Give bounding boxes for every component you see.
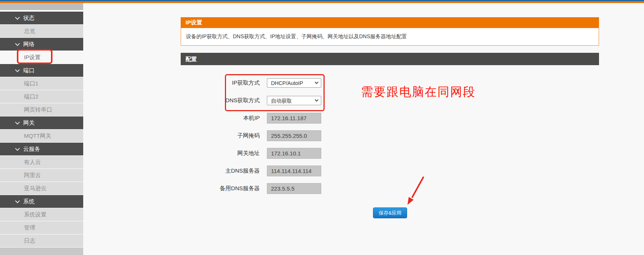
sidebar-nav: 状态 总览 网络 IP设置 端口 端口1 端口2 网页转	[0, 12, 83, 247]
sidebar-group-gateway[interactable]: 网关	[0, 116, 83, 129]
netmask-input	[267, 130, 321, 141]
local-ip-input	[267, 113, 321, 124]
sidebar-item-label: 阿里云	[24, 172, 41, 179]
chevron-down-icon	[15, 41, 20, 46]
annotation-note: 需要跟电脑在同网段	[361, 84, 476, 100]
dns-mode-select-wrap: 自动获取	[267, 96, 321, 105]
chevron-down-icon	[15, 146, 20, 151]
form-row-dns-secondary: 备用DNS服务器	[181, 183, 391, 194]
sidebar-item-amazon-cloud[interactable]: 亚马逊云	[0, 182, 83, 195]
sidebar-item-label: 管理	[24, 224, 35, 231]
red-arrow	[403, 173, 429, 209]
sidebar-group-cloud-services[interactable]: 云服务	[0, 143, 83, 155]
config-section-title: 配置	[186, 56, 197, 62]
section-header: IP设置	[181, 17, 599, 28]
sidebar-item-port2[interactable]: 端口2	[0, 90, 83, 103]
form-row-gateway: 网关地址	[181, 148, 391, 159]
form-row-netmask: 子网掩码	[181, 130, 391, 141]
save-apply-button[interactable]: 保存&应用	[373, 207, 407, 218]
sidebar: 状态 总览 网络 IP设置 端口 端口1 端口2 网页转	[0, 3, 83, 255]
sidebar-group-label: 系统	[23, 198, 34, 205]
chevron-down-icon	[15, 120, 20, 125]
config-section-bar: 配置	[181, 53, 599, 65]
sidebar-header-block	[0, 3, 83, 10]
form-row-ip-mode: IP获取方式 DHCP/AutoIP	[181, 78, 391, 88]
ip-mode-label: IP获取方式	[181, 79, 260, 86]
sidebar-group-label: 网关	[23, 119, 34, 127]
form-row-local-ip: 本机IP	[181, 113, 391, 124]
chevron-down-icon	[15, 67, 20, 72]
netmask-label: 子网掩码	[181, 132, 260, 139]
sidebar-group-label: 端口	[23, 67, 34, 74]
page-title: IP设置	[186, 19, 202, 25]
sidebar-item-ip-settings[interactable]: IP设置	[0, 51, 83, 64]
sidebar-item-overview[interactable]: 总览	[0, 25, 83, 37]
sidebar-item-label: 总览	[24, 28, 35, 35]
app-window: 状态 总览 网络 IP设置 端口 端口1 端口2 网页转	[0, 0, 644, 255]
sidebar-item-label: IP设置	[24, 54, 40, 61]
form-row-dns-primary: 主DNS服务器	[181, 166, 391, 176]
dns-primary-label: 主DNS服务器	[181, 167, 260, 174]
sidebar-item-label: 端口2	[24, 93, 38, 100]
sidebar-item-label: 系统设置	[24, 211, 46, 218]
dns-secondary-label: 备用DNS服务器	[181, 185, 260, 192]
dns-mode-select[interactable]: 自动获取	[267, 96, 321, 105]
sidebar-item-label: 网页转串口	[24, 106, 52, 113]
ip-mode-select[interactable]: DHCP/AutoIP	[267, 78, 321, 88]
section-description-box: 设备的IP获取方式、DNS获取方式、IP地址设置、子网掩码、网关地址以及DNS服…	[181, 28, 599, 46]
sidebar-footer-block	[0, 248, 83, 255]
local-ip-label: 本机IP	[181, 115, 260, 122]
dns-primary-input	[267, 166, 321, 176]
sidebar-item-label: MQTT网关	[24, 133, 51, 140]
sidebar-item-ali-cloud[interactable]: 阿里云	[0, 169, 83, 182]
sidebar-group-label: 网络	[23, 41, 34, 48]
sidebar-item-label: 亚马逊云	[24, 185, 46, 192]
sidebar-item-label: 端口1	[24, 80, 38, 87]
gateway-input	[267, 148, 321, 159]
sidebar-group-system[interactable]: 系统	[0, 195, 83, 208]
ip-mode-select-wrap: DHCP/AutoIP	[267, 78, 321, 88]
sidebar-item-port1[interactable]: 端口1	[0, 77, 83, 90]
sidebar-item-mqtt-gateway[interactable]: MQTT网关	[0, 130, 83, 142]
sidebar-item-label: 有人云	[24, 159, 41, 166]
dns-mode-label: DNS获取方式	[181, 97, 260, 104]
section-description: 设备的IP获取方式、DNS获取方式、IP地址设置、子网掩码、网关地址以及DNS服…	[186, 33, 407, 40]
chevron-down-icon	[15, 198, 20, 203]
sidebar-item-log[interactable]: 日志	[0, 234, 83, 247]
dns-secondary-input	[267, 183, 321, 194]
sidebar-item-system-settings[interactable]: 系统设置	[0, 208, 83, 221]
sidebar-group-status[interactable]: 状态	[0, 12, 83, 24]
sidebar-group-label: 状态	[23, 15, 34, 22]
chevron-down-icon	[15, 15, 20, 20]
form-row-dns-mode: DNS获取方式 自动获取	[181, 95, 391, 106]
sidebar-item-usr-cloud[interactable]: 有人云	[0, 156, 83, 169]
top-orange-strip	[0, 1, 644, 3]
gateway-label: 网关地址	[181, 150, 260, 157]
sidebar-group-port[interactable]: 端口	[0, 64, 83, 77]
sidebar-item-label: 日志	[24, 237, 35, 245]
sidebar-item-web-to-serial[interactable]: 网页转串口	[0, 103, 83, 116]
sidebar-group-label: 云服务	[23, 146, 40, 153]
sidebar-group-network[interactable]: 网络	[0, 38, 83, 51]
sidebar-item-management[interactable]: 管理	[0, 221, 83, 234]
